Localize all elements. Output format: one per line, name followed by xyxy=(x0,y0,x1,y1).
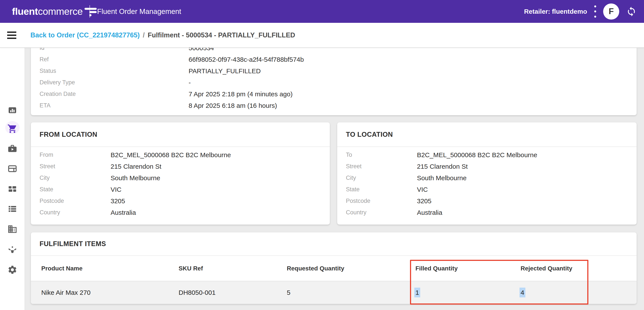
detail-value: 8 Apr 2025 6:18 am (16 hours) xyxy=(188,102,277,109)
column-header-rejected-quantity: Rejected Quantity xyxy=(520,265,572,272)
location-value: 215 Clarendon St xyxy=(417,163,468,170)
detail-row-id: Id 5000534 xyxy=(40,47,632,54)
bar-chart-icon xyxy=(8,105,18,115)
logo-text-bold: fluent xyxy=(12,6,38,17)
location-row: CountryAustralia xyxy=(337,207,636,218)
cell-product-name: Nike Air Max 270 xyxy=(41,289,90,296)
header-divider xyxy=(90,5,90,18)
location-label: State xyxy=(346,186,417,193)
refresh-icon[interactable] xyxy=(626,6,636,17)
location-value: Australia xyxy=(417,209,442,216)
fulfilment-detail-panel: Id 5000534 Ref 66f98052-0f97-438c-a2f4-5… xyxy=(31,47,636,115)
fulfilment-items-header: FULFILMENT ITEMS xyxy=(31,232,636,256)
from-location-title: FROM LOCATION xyxy=(40,131,97,138)
cell-sku-ref: DH8050-001 xyxy=(178,289,216,296)
location-label: City xyxy=(346,175,417,181)
from-location-card: FROM LOCATION FromB2C_MEL_5000068 B2C B2… xyxy=(31,122,330,225)
sidebar-item-dashboards[interactable] xyxy=(0,183,24,195)
location-value: South Melbourne xyxy=(417,174,467,182)
fulfilment-items-title: FULFILMENT ITEMS xyxy=(40,240,106,248)
location-label: Street xyxy=(346,163,417,170)
breadcrumb-current: Fulfilment - 5000534 - PARTIALLY_FULFILL… xyxy=(148,31,295,39)
location-label: To xyxy=(346,152,417,158)
shopping-cart-icon xyxy=(8,124,18,134)
location-row: Postcode3205 xyxy=(31,195,330,207)
detail-row-ref: Ref 66f98052-0f97-438c-a2f4-54f788bf574b xyxy=(40,54,632,65)
header-right-cluster: Retailer: fluentdemo F xyxy=(524,0,636,23)
sidebar-nav xyxy=(0,47,25,310)
sidebar-item-fulfilments[interactable] xyxy=(0,142,24,155)
sidebar-item-dashboard[interactable] xyxy=(0,104,24,117)
location-value: B2C_MEL_5000068 B2C B2C Melbourne xyxy=(417,151,537,159)
sidebar-item-lists[interactable] xyxy=(0,203,24,215)
column-header-product-name: Product Name xyxy=(41,265,82,272)
dashboard-tiles-icon xyxy=(8,184,18,194)
breadcrumb-bar: Back to Order (CC_221974827765) / Fulfil… xyxy=(0,23,644,48)
location-value: B2C_MEL_5000068 B2C B2C Melbourne xyxy=(110,151,231,159)
sidebar-item-insights[interactable] xyxy=(0,243,24,256)
avatar-initial: F xyxy=(608,7,614,16)
detail-row-creation-date: Creation Date 7 Apr 2025 2:18 pm (4 minu… xyxy=(40,88,632,100)
location-value: VIC xyxy=(110,186,122,193)
kebab-menu-icon[interactable] xyxy=(594,6,596,18)
location-row: StateVIC xyxy=(31,184,330,195)
from-location-body: FromB2C_MEL_5000068 B2C B2C Melbourne St… xyxy=(31,147,330,218)
location-value: 215 Clarendon St xyxy=(110,163,162,170)
detail-label: Status xyxy=(40,68,188,74)
list-icon xyxy=(8,204,18,214)
location-label: Street xyxy=(40,163,110,170)
sidebar-item-locations[interactable] xyxy=(0,223,24,235)
location-row: CitySouth Melbourne xyxy=(337,172,636,184)
fulfilment-items-card: FULFILMENT ITEMS Product Name SKU Ref Re… xyxy=(31,232,636,304)
location-value: Australia xyxy=(110,209,136,216)
cell-requested-quantity: 5 xyxy=(287,289,290,296)
status-value: PARTIALLY_FULFILLED xyxy=(188,67,261,75)
fluentcommerce-logo: fluentcommerce xyxy=(12,0,97,23)
hamburger-menu-icon[interactable] xyxy=(7,23,17,47)
fluent-logo-mark-icon xyxy=(84,6,97,17)
to-location-title: TO LOCATION xyxy=(346,131,393,138)
to-location-card: TO LOCATION ToB2C_MEL_5000068 B2C B2C Me… xyxy=(337,122,636,225)
avatar[interactable]: F xyxy=(603,4,619,20)
sidebar-item-inventory[interactable] xyxy=(0,162,24,175)
app-header: fluentcommerce Fluent Order Management R… xyxy=(0,0,644,23)
cell-filled-quantity: 1 xyxy=(416,289,420,296)
column-header-filled-quantity: Filled Quantity xyxy=(416,265,458,272)
breadcrumb-separator: / xyxy=(143,31,145,39)
filled-quantity-selection: 1 xyxy=(414,288,420,297)
from-location-header: FROM LOCATION xyxy=(31,122,330,147)
location-value: 3205 xyxy=(110,197,125,205)
app-title: Fluent Order Management xyxy=(97,0,181,23)
detail-label: Id xyxy=(40,47,188,51)
location-value: 3205 xyxy=(417,197,432,205)
sidebar-item-orders[interactable] xyxy=(0,122,24,135)
building-icon xyxy=(8,224,18,234)
location-label: Postcode xyxy=(346,198,417,204)
gear-icon xyxy=(8,265,18,275)
sidebar-item-settings[interactable] xyxy=(0,263,24,276)
to-location-body: ToB2C_MEL_5000068 B2C B2C Melbourne Stre… xyxy=(337,147,636,218)
spotlight-icon xyxy=(8,245,18,255)
table-row[interactable]: Nike Air Max 270 DH8050-001 5 1 4 xyxy=(31,281,636,304)
retailer-label: Retailer: fluentdemo xyxy=(524,8,587,15)
detail-row-delivery-type: Delivery Type - xyxy=(40,77,632,88)
main-content: Id 5000534 Ref 66f98052-0f97-438c-a2f4-5… xyxy=(24,47,644,310)
detail-label: ETA xyxy=(40,102,188,109)
location-row: FromB2C_MEL_5000068 B2C B2C Melbourne xyxy=(31,149,330,161)
items-table-header: Product Name SKU Ref Requested Quantity … xyxy=(31,256,636,281)
location-row: CitySouth Melbourne xyxy=(31,172,330,184)
location-row: Street215 Clarendon St xyxy=(337,161,636,172)
location-label: State xyxy=(40,186,110,193)
fluent-oms-page: fluentcommerce Fluent Order Management R… xyxy=(0,0,644,310)
detail-value: - xyxy=(188,79,191,86)
location-row: Postcode3205 xyxy=(337,195,636,207)
location-row: StateVIC xyxy=(337,184,636,195)
detail-label: Delivery Type xyxy=(40,79,188,86)
briefcase-play-icon xyxy=(8,144,18,154)
location-label: Country xyxy=(346,209,417,216)
detail-label: Creation Date xyxy=(40,91,188,97)
location-label: City xyxy=(40,175,110,181)
detail-label: Ref xyxy=(40,56,188,63)
back-to-order-link[interactable]: Back to Order (CC_221974827765) xyxy=(30,31,140,39)
location-value: VIC xyxy=(417,186,428,193)
